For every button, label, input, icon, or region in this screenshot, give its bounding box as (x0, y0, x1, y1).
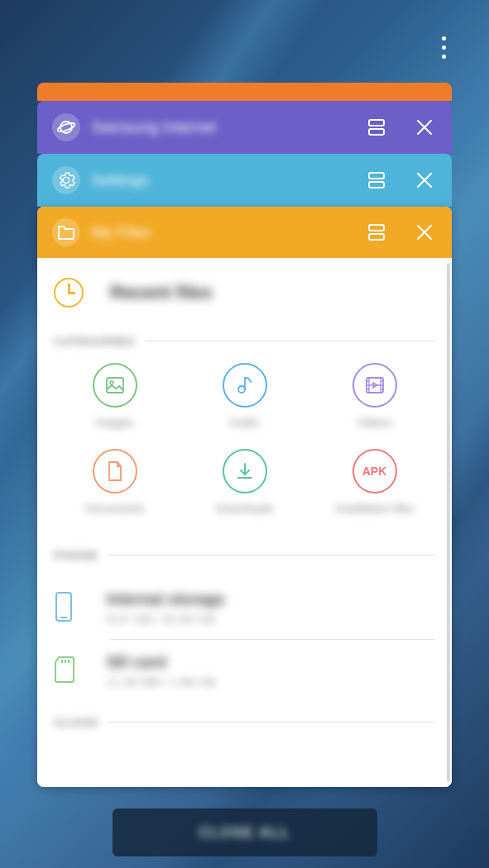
close-card-button[interactable] (412, 168, 437, 193)
split-screen-button[interactable] (364, 115, 389, 140)
clock-icon (54, 278, 84, 308)
svg-rect-6 (369, 225, 384, 231)
app-title: Samsung Internet (92, 118, 364, 136)
svg-rect-13 (60, 617, 67, 618)
svg-rect-5 (369, 182, 384, 188)
recent-files-label: Recent files (110, 282, 213, 303)
section-label: PHONE (54, 548, 98, 562)
category-audio[interactable]: Audio (184, 363, 305, 429)
close-card-button[interactable] (412, 115, 437, 140)
category-label: Documents (85, 502, 144, 515)
svg-point-10 (238, 386, 245, 393)
video-icon (352, 363, 397, 408)
category-downloads[interactable]: Downloads (184, 449, 305, 515)
cloud-header: CLOUD (54, 715, 435, 729)
storage-title: SD card (107, 653, 435, 671)
category-videos[interactable]: Videos (314, 363, 435, 429)
folder-icon (52, 218, 80, 246)
recent-apps-stack: Samsung Internet Settings (37, 83, 452, 787)
divider (145, 341, 435, 341)
document-icon (93, 449, 137, 494)
apk-text: APK (362, 465, 387, 478)
audio-icon (223, 363, 267, 408)
card-my-files[interactable]: My Files Recent files CATEGORIES (37, 207, 452, 787)
card-body: Recent files CATEGORIES Images Audio (37, 258, 452, 787)
category-images[interactable]: Images (54, 363, 175, 429)
divider (108, 722, 435, 723)
section-label: CLOUD (54, 715, 98, 729)
svg-point-9 (110, 381, 113, 384)
phone-icon (54, 591, 80, 626)
categories-header: CATEGORIES (54, 334, 435, 348)
divider (108, 555, 435, 556)
svg-rect-2 (369, 120, 384, 126)
storage-title: Internal storage (107, 590, 435, 608)
split-screen-button[interactable] (364, 168, 389, 193)
category-apk[interactable]: APK Installation files (314, 449, 435, 515)
storage-subtitle: 8.07 GB / 32.00 GB (107, 612, 435, 626)
close-all-button[interactable]: CLOSE ALL (113, 808, 377, 856)
planet-icon (52, 113, 80, 141)
app-title: My Files (92, 223, 364, 241)
recent-files-row[interactable]: Recent files (54, 278, 435, 308)
category-label: Audio (230, 416, 260, 429)
phone-header: PHONE (54, 548, 435, 562)
category-label: Downloads (216, 502, 273, 515)
app-title: Settings (92, 171, 364, 189)
download-icon (223, 449, 267, 494)
svg-rect-4 (369, 173, 384, 179)
more-options-button[interactable] (442, 36, 446, 59)
gear-icon (52, 166, 80, 194)
close-all-label: CLOSE ALL (199, 824, 290, 841)
card-behind-settings[interactable]: Settings (37, 154, 452, 207)
category-label: Installation files (335, 502, 415, 515)
storage-internal[interactable]: Internal storage 8.07 GB / 32.00 GB (54, 577, 435, 639)
card-behind-samsung-internet[interactable]: Samsung Internet (37, 101, 452, 154)
image-icon (93, 363, 137, 408)
card-header: My Files (37, 207, 452, 258)
svg-rect-3 (369, 129, 384, 135)
svg-point-1 (57, 122, 75, 133)
card-behind-1[interactable] (37, 83, 452, 101)
apk-icon: APK (352, 449, 397, 494)
svg-rect-7 (369, 234, 384, 240)
sd-card-icon (54, 656, 80, 687)
category-documents[interactable]: Documents (54, 449, 175, 515)
categories-grid: Images Audio Videos (54, 363, 435, 515)
storage-sd[interactable]: SD card 11.30 MB / 1.86 GB (54, 640, 435, 702)
split-screen-button[interactable] (364, 220, 389, 245)
category-label: Images (96, 416, 134, 429)
scrollbar[interactable] (447, 263, 450, 782)
section-label: CATEGORIES (54, 334, 135, 348)
close-card-button[interactable] (412, 220, 437, 245)
svg-rect-8 (107, 378, 123, 393)
svg-rect-12 (56, 593, 71, 621)
category-label: Videos (357, 416, 392, 429)
storage-subtitle: 11.30 MB / 1.86 GB (107, 675, 435, 689)
